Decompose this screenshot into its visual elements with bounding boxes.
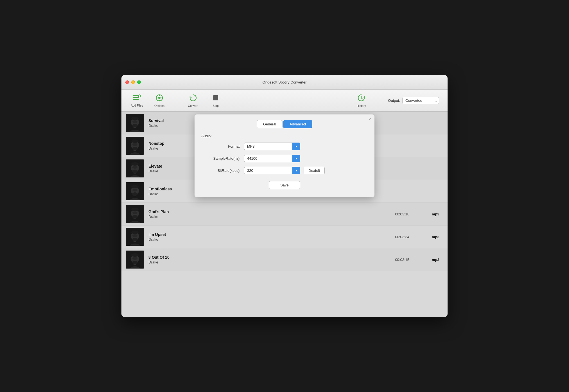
audio-section-label: Audio:: [201, 134, 368, 138]
convert-button[interactable]: Convert: [183, 93, 203, 109]
output-area: Output: ConvertedCustom FolderSame as So…: [388, 97, 439, 104]
svg-rect-10: [156, 97, 157, 98]
modal-tabs: General Advanced: [201, 120, 368, 128]
app-window: Ondesoft Spotify Converter Add Files: [121, 75, 448, 317]
svg-rect-9: [159, 100, 160, 101]
svg-rect-2: [133, 99, 139, 100]
format-row: Format: MP3AACFLACWAVOGG: [201, 143, 368, 150]
close-icon: ×: [369, 117, 371, 122]
history-button[interactable]: History: [351, 93, 371, 109]
options-label: Options: [154, 104, 164, 107]
svg-rect-11: [161, 97, 163, 98]
bitrate-label: BitRate(kbps):: [201, 168, 241, 173]
bitrate-select-wrapper: 32025619212864: [244, 167, 300, 174]
tab-advanced[interactable]: Advanced: [283, 120, 312, 128]
history-label: History: [357, 104, 366, 107]
samplerate-row: SampleRate(hz): 441002205011025960004800…: [201, 155, 368, 162]
samplerate-label: SampleRate(hz):: [201, 156, 241, 161]
traffic-lights: [125, 80, 141, 84]
options-icon: [155, 94, 163, 103]
convert-icon: [189, 94, 197, 103]
svg-rect-5: [139, 96, 140, 96]
modal-close-button[interactable]: ×: [369, 117, 371, 122]
samplerate-select-wrapper: 4410022050110259600048000: [244, 155, 300, 162]
samplerate-select[interactable]: 4410022050110259600048000: [244, 155, 300, 162]
settings-modal: × General Advanced Audio: Format: MP3AAC…: [195, 114, 374, 197]
options-button[interactable]: Options: [150, 93, 169, 109]
title-bar: Ondesoft Spotify Converter: [121, 75, 448, 90]
output-select-wrapper: ConvertedCustom FolderSame as Source: [402, 97, 439, 104]
format-label: Format:: [201, 144, 241, 148]
add-files-icon: [133, 94, 141, 103]
output-select[interactable]: ConvertedCustom FolderSame as Source: [402, 97, 439, 104]
maximize-button[interactable]: [137, 80, 141, 84]
tab-general[interactable]: General: [257, 120, 283, 128]
history-icon: [357, 94, 365, 103]
main-content: SurvivalDrake NonstopDrake: [121, 112, 448, 317]
minimize-button[interactable]: [131, 80, 135, 84]
modal-overlay: × General Advanced Audio: Format: MP3AAC…: [121, 112, 448, 317]
window-title: Ondesoft Spotify Converter: [263, 80, 307, 84]
bitrate-select[interactable]: 32025619212864: [244, 167, 300, 174]
toolbar: Add Files Options: [121, 90, 448, 112]
svg-rect-12: [213, 95, 218, 100]
output-label: Output:: [388, 98, 400, 103]
default-button[interactable]: Deafult: [304, 167, 325, 174]
save-button[interactable]: Save: [269, 181, 300, 189]
stop-icon: [212, 94, 220, 103]
format-select[interactable]: MP3AACFLACWAVOGG: [244, 143, 300, 150]
svg-point-7: [158, 97, 161, 99]
convert-label: Convert: [188, 104, 198, 107]
stop-label: Stop: [213, 104, 219, 107]
format-select-wrapper: MP3AACFLACWAVOGG: [244, 143, 300, 150]
stop-button[interactable]: Stop: [206, 93, 225, 109]
add-files-label: Add Files: [131, 104, 143, 107]
close-button[interactable]: [125, 80, 129, 84]
svg-rect-1: [133, 97, 139, 98]
bitrate-row: BitRate(kbps): 32025619212864 Deafult: [201, 167, 368, 174]
add-files-button[interactable]: Add Files: [127, 93, 147, 108]
svg-rect-8: [159, 94, 160, 96]
